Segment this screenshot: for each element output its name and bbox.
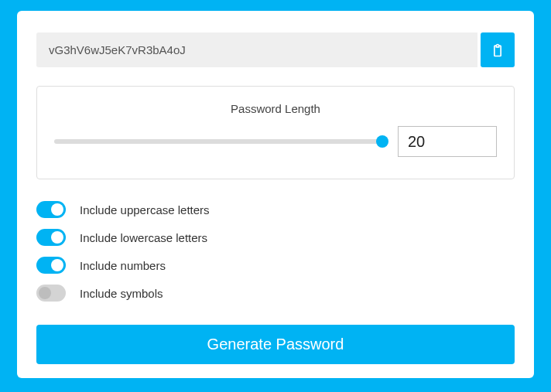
option-label: Include uppercase letters: [80, 203, 210, 216]
length-label: Password Length: [54, 102, 497, 115]
length-row: [54, 126, 497, 157]
password-output[interactable]: [36, 32, 477, 67]
toggle-knob: [51, 259, 63, 271]
options-section: Include uppercase letters Include lowerc…: [36, 201, 515, 302]
copy-button[interactable]: [481, 32, 515, 67]
toggle-numbers[interactable]: [36, 257, 66, 274]
option-label: Include lowercase letters: [80, 231, 207, 244]
length-input[interactable]: [398, 126, 497, 157]
slider-thumb[interactable]: [376, 135, 388, 148]
slider-track: [54, 139, 382, 144]
toggle-symbols[interactable]: [36, 285, 66, 302]
output-row: [36, 32, 515, 67]
clipboard-icon: [490, 43, 505, 58]
option-label: Include numbers: [80, 259, 166, 272]
toggle-uppercase[interactable]: [36, 201, 66, 218]
toggle-lowercase[interactable]: [36, 229, 66, 246]
length-slider[interactable]: [54, 135, 382, 148]
password-generator-card: Password Length Include uppercase letter…: [17, 11, 534, 378]
option-uppercase: Include uppercase letters: [36, 201, 515, 218]
option-lowercase: Include lowercase letters: [36, 229, 515, 246]
toggle-knob: [51, 203, 63, 216]
option-label: Include symbols: [80, 287, 163, 300]
length-section: Password Length: [36, 86, 515, 179]
option-numbers: Include numbers: [36, 257, 515, 274]
option-symbols: Include symbols: [36, 285, 515, 302]
toggle-knob: [51, 231, 63, 244]
generate-button[interactable]: Generate Password: [36, 325, 515, 364]
toggle-knob: [39, 287, 51, 299]
